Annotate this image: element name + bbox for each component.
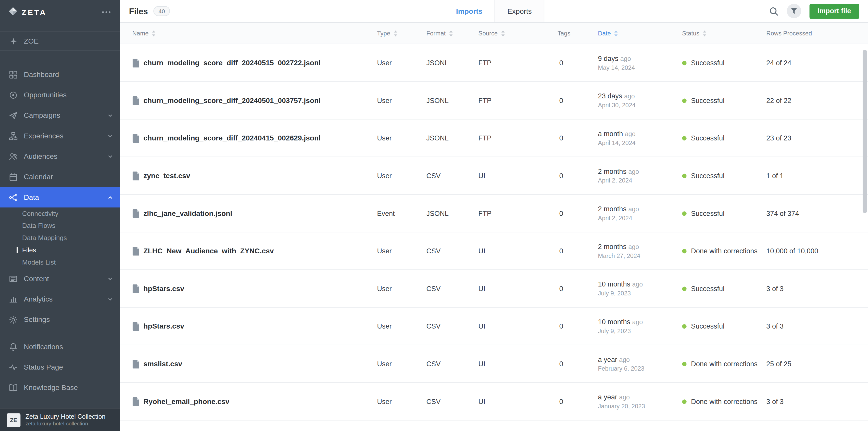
account-switcher[interactable]: ZE Zeta Luxury Hotel Collection zeta-lux… xyxy=(0,408,120,431)
tab-exports[interactable]: Exports xyxy=(495,0,545,22)
sort-icon xyxy=(500,30,505,37)
search-button[interactable] xyxy=(769,6,778,16)
filter-button[interactable] xyxy=(787,4,801,18)
table-row[interactable]: churn_modeling_score_diff_20240415_00262… xyxy=(120,120,868,157)
status-label: Successful xyxy=(691,59,724,67)
type-cell: User xyxy=(377,285,426,292)
column-header-date[interactable]: Date xyxy=(598,30,682,37)
table-row[interactable]: smslist.csvUserCSVUI0a year agoFebruary … xyxy=(120,345,868,383)
sidebar-item-campaigns[interactable]: Campaigns xyxy=(0,105,120,125)
table-row[interactable]: hpStars.csvUserCSVUI010 months agoJuly 9… xyxy=(120,270,868,308)
file-icon xyxy=(132,58,140,67)
date-relative: 9 days ago xyxy=(598,55,682,62)
status-dot-icon xyxy=(682,173,686,178)
content-icon xyxy=(9,274,18,283)
tab-imports[interactable]: Imports xyxy=(444,0,495,22)
date-absolute: April 2, 2024 xyxy=(598,177,682,184)
sidebar-item-opportunities[interactable]: Opportunities xyxy=(0,85,120,105)
sidebar-item-calendar[interactable]: Calendar xyxy=(0,166,120,187)
date-absolute: April 30, 2024 xyxy=(598,102,682,108)
file-name-cell[interactable]: churn_modeling_score_diff_20240501_00375… xyxy=(132,96,377,105)
type-cell: User xyxy=(377,97,426,104)
date-relative-suffix: ago xyxy=(628,243,639,250)
date-relative-suffix: ago xyxy=(620,55,631,62)
sidebar-item-audiences[interactable]: Audiences xyxy=(0,146,120,166)
sidebar-item-settings[interactable]: Settings xyxy=(0,309,120,330)
column-header-status[interactable]: Status xyxy=(682,30,766,37)
table-body: churn_modeling_score_diff_20240515_00272… xyxy=(120,44,868,421)
table-row[interactable]: Ryohei_email_phone.csvUserCSVUI0a year a… xyxy=(120,383,868,421)
format-cell: CSV xyxy=(426,322,478,330)
date-absolute: January 20, 2023 xyxy=(598,403,682,409)
sidebar-item-content[interactable]: Content xyxy=(0,268,120,289)
sidebar-item-dashboard[interactable]: Dashboard xyxy=(0,64,120,85)
filter-icon xyxy=(787,4,801,18)
rows-processed-cell: 3 of 3 xyxy=(766,285,857,292)
file-name-cell[interactable]: smslist.csv xyxy=(132,359,377,368)
table-row[interactable]: zlhc_jane_validation.jsonlEventJSONLFTP0… xyxy=(120,195,868,232)
date-cell: 2 months agoMarch 27, 2024 xyxy=(598,243,682,259)
sidebar-item-status-page[interactable]: Status Page xyxy=(0,357,120,377)
status-label: Successful xyxy=(691,285,724,292)
file-name: churn_modeling_score_diff_20240515_00272… xyxy=(143,59,321,67)
sidebar-subitem-data-mappings[interactable]: Data Mappings xyxy=(0,232,120,244)
status-label: Successful xyxy=(691,97,724,104)
sidebar-item-data[interactable]: Data xyxy=(0,187,120,207)
import-file-button[interactable]: Import file xyxy=(809,4,859,19)
vertical-scrollbar-thumb[interactable] xyxy=(863,50,867,213)
format-cell: CSV xyxy=(426,360,478,368)
file-name-cell[interactable]: hpStars.csv xyxy=(132,322,377,331)
sidebar-submenu-data: ConnectivityData FlowsData MappingsFiles… xyxy=(0,207,120,268)
file-name-cell[interactable]: zlhc_jane_validation.jsonl xyxy=(132,209,377,218)
tags-cell: 0 xyxy=(558,59,598,67)
chevron-down-icon xyxy=(107,296,113,302)
column-header-format[interactable]: Format xyxy=(426,30,478,37)
column-label: Source xyxy=(478,30,498,36)
source-cell: UI xyxy=(478,285,557,292)
file-name-cell[interactable]: churn_modeling_score_diff_20240515_00272… xyxy=(132,58,377,67)
type-cell: User xyxy=(377,398,426,405)
status-dot-icon xyxy=(682,61,686,65)
date-relative: 10 months ago xyxy=(598,280,682,288)
rows-processed-cell: 3 of 3 xyxy=(766,398,857,405)
sidebar-item-experiences[interactable]: Experiences xyxy=(0,126,120,146)
sidebar-subitem-models-list[interactable]: Models List xyxy=(0,256,120,268)
file-icon xyxy=(132,171,140,180)
dashboard-icon xyxy=(9,70,18,79)
app: ZETA ZOE DashboardOpportunitiesCampaigns… xyxy=(0,0,868,431)
sidebar-subitem-data-flows[interactable]: Data Flows xyxy=(0,220,120,232)
sidebar-item-label: Status Page xyxy=(24,363,113,371)
file-name-cell[interactable]: churn_modeling_score_diff_20240415_00262… xyxy=(132,134,377,142)
status-cell: Successful xyxy=(682,322,766,330)
column-header-type[interactable]: Type xyxy=(377,30,426,37)
sidebar-subitem-files[interactable]: Files xyxy=(0,244,120,256)
file-name-cell[interactable]: hpStars.csv xyxy=(132,284,377,293)
table-row[interactable]: churn_modeling_score_diff_20240515_00272… xyxy=(120,44,868,82)
zoe-icon xyxy=(9,36,18,45)
table-row[interactable]: hpStars.csvUserCSVUI010 months agoJuly 9… xyxy=(120,308,868,345)
rows-processed-cell: 24 of 24 xyxy=(766,59,857,67)
sidebar-item-zoe[interactable]: ZOE xyxy=(0,31,120,51)
chevron-down-icon xyxy=(107,276,113,281)
analytics-icon xyxy=(9,295,18,304)
sidebar-subitem-connectivity[interactable]: Connectivity xyxy=(0,207,120,220)
file-name-cell[interactable]: zync_test.csv xyxy=(132,171,377,180)
table-row[interactable]: churn_modeling_score_diff_20240501_00375… xyxy=(120,82,868,120)
column-header-source[interactable]: Source xyxy=(478,30,557,37)
status-dot-icon xyxy=(682,324,686,328)
sidebar-options-icon[interactable] xyxy=(101,10,112,14)
file-name-cell[interactable]: ZLHC_New_Audience_with_ZYNC.csv xyxy=(132,246,377,255)
table-row[interactable]: ZLHC_New_Audience_with_ZYNC.csvUserCSVUI… xyxy=(120,232,868,270)
sidebar-item-notifications[interactable]: Notifications xyxy=(0,336,120,357)
column-header-name[interactable]: Name xyxy=(132,30,377,37)
table-row[interactable]: zync_test.csvUserCSVUI02 months agoApril… xyxy=(120,157,868,195)
sidebar-item-label: Content xyxy=(24,274,101,283)
zeta-logo: ZETA xyxy=(9,7,47,17)
date-relative-suffix: ago xyxy=(619,356,630,363)
file-icon xyxy=(132,397,140,406)
date-cell: a year agoFebruary 6, 2023 xyxy=(598,356,682,372)
column-header-tags: Tags xyxy=(558,30,598,36)
sidebar-item-knowledge-base[interactable]: Knowledge Base xyxy=(0,377,120,398)
sidebar-item-analytics[interactable]: Analytics xyxy=(0,289,120,309)
file-name-cell[interactable]: Ryohei_email_phone.csv xyxy=(132,397,377,406)
